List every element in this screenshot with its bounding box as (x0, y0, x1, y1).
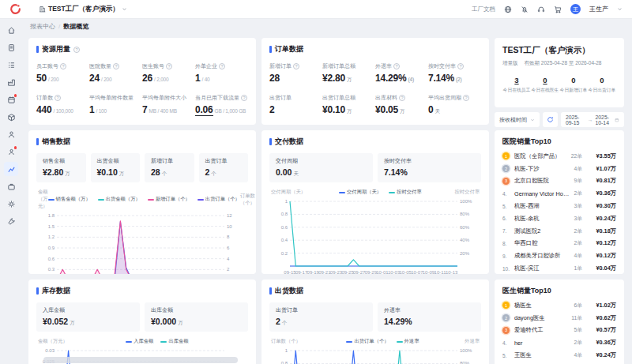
info-icon[interactable]: ? (166, 63, 172, 69)
horizontal-scrollbar[interactable] (43, 357, 238, 363)
svg-text:1: 1 (285, 199, 288, 204)
delivery-trend-chart[interactable]: 0.20.40.60.8120%40%60%80%100%09-1509-170… (269, 197, 481, 274)
legend-item[interactable]: 销售金额（万） (48, 196, 91, 203)
rank-medal-icon: 2 (502, 165, 510, 172)
support-headset-icon[interactable] (537, 6, 545, 13)
sidebar-item-business[interactable] (4, 179, 18, 193)
svg-text:40%: 40% (460, 238, 470, 242)
info-icon[interactable]: ? (60, 63, 66, 69)
svg-text:80%: 80% (460, 361, 470, 364)
list-item[interactable]: 4.Germany Victor Hospital2单¥0.36万 (502, 187, 616, 200)
info-icon[interactable]: ? (241, 95, 247, 101)
info-icon[interactable]: ? (293, 63, 299, 69)
shipment-trend-chart[interactable]: 0.20.40.60.8120%40%60%80%100%09-1509-170… (269, 347, 481, 364)
statbox-ontime-rate: 按时交付率7.14% (378, 153, 481, 182)
info-icon[interactable]: ? (55, 95, 61, 101)
chart-legend: 交付周期（天）按时交付率 (306, 189, 454, 196)
svg-text:10-07: 10-07 (411, 270, 423, 274)
list-item[interactable]: 8.华西口腔2单¥0.12万 (502, 238, 616, 250)
plan-badge: 增量版 (502, 60, 518, 67)
download-usage-link[interactable]: 0.06 (195, 104, 213, 116)
card-resource-usage: 资源用量? 员工账号?50/ 200 医院数量?24/ 200 医生账号?26/… (28, 38, 256, 125)
sidebar-item-contacts[interactable] (4, 144, 18, 159)
stat-online-employees[interactable]: 3今日在线员工 (502, 76, 531, 94)
time-type-select[interactable]: 按收模时间 (495, 112, 540, 127)
info-icon[interactable]: ? (463, 95, 469, 101)
legend-item[interactable]: 新增订单（个） (148, 196, 190, 203)
notifications-muted-icon[interactable] (521, 6, 529, 13)
legend-item[interactable]: 按时交付率 (389, 189, 421, 196)
legend-item[interactable]: 外退率 (397, 338, 419, 345)
svg-text:8: 8 (227, 235, 230, 239)
list-item[interactable]: 5.王医生4单¥0.24万 (502, 349, 616, 362)
svg-text:09-29: 09-29 (365, 270, 378, 274)
list-item[interactable]: 2杭医-下沙4单¥1.07万 (502, 163, 616, 175)
list-item[interactable]: 2dayong医生11单¥0.62万 (502, 312, 616, 325)
svg-text:09-15: 09-15 (284, 270, 296, 274)
sidebar-item-orders[interactable] (4, 40, 18, 54)
workspace-switcher[interactable]: TEST工厂（客户演示） (39, 5, 127, 14)
list-item[interactable]: 4.her2单¥0.36万 (502, 336, 616, 349)
svg-text:09-21: 09-21 (318, 270, 331, 274)
factory-docs-link[interactable]: 工厂文档 (472, 6, 495, 13)
svg-text:0.4: 0.4 (281, 238, 288, 242)
list-item[interactable]: 9.成都美牙口腔诊所4单¥0.12万 (502, 250, 616, 262)
list-item[interactable]: 5.杭医-西湖3单¥0.30万 (502, 200, 616, 212)
legend-item[interactable]: 出货订单（个） (198, 196, 240, 203)
list-item[interactable]: 3北京口腔医院9单¥0.81万 (502, 175, 616, 188)
wrench-icon (7, 217, 16, 226)
sidebar-item-inventory[interactable] (4, 110, 18, 124)
date-range-picker[interactable]: 2025-09-15→2025-10-14 (561, 112, 624, 127)
legend-item[interactable]: 交付周期（天） (339, 189, 382, 196)
user-avatar[interactable]: 王 (570, 4, 581, 14)
rank-medal-icon: 3 (502, 178, 510, 185)
refresh-button[interactable] (543, 112, 558, 127)
cart-icon[interactable] (554, 6, 562, 13)
legend-item[interactable]: 出货订单（个） (346, 338, 389, 345)
factory-icon (7, 78, 16, 87)
info-icon[interactable]: ? (219, 63, 225, 69)
svg-text:0.9: 0.9 (48, 246, 55, 250)
sidebar-item-schedule[interactable] (4, 92, 18, 107)
legend-item[interactable]: 入库金额 (126, 338, 153, 345)
list-item[interactable]: 3爱迪特代工5单¥0.57万 (502, 325, 616, 337)
metric-hospital-count: 医院数量?24/ 200 (89, 62, 142, 84)
stat-online-doctors[interactable]: 0今日在线医生 (531, 76, 559, 94)
metric-avg-attachment-size: 平均每单附件大小7MB / 400 MB (142, 94, 195, 115)
card-doctor-top10: 医生销量Top10 1杨医生6单¥1.02万2dayong医生11单¥0.62万… (495, 280, 624, 364)
statbox-delivery-cycle: 交付周期0.00天 (269, 153, 373, 182)
info-icon[interactable]: ? (393, 63, 400, 69)
sidebar-item-tools[interactable] (4, 214, 18, 228)
sidebar-item-home[interactable] (4, 23, 18, 37)
svg-text:10-13: 10-13 (446, 270, 458, 274)
date-start: 2025-09-15 (566, 114, 585, 126)
metric-avg-ship-cycle: 平均出货周期?0天 (428, 94, 481, 115)
list-item[interactable]: 6.杭医-余杭3单¥0.24万 (502, 212, 616, 225)
list-item[interactable]: 1医院（全部产品）22单¥3.55万 (502, 150, 616, 163)
sidebar-item-reports[interactable] (4, 162, 18, 176)
metric-monthly-download: 当月已用下载流量?0.06GB / 1,000 GB (195, 94, 248, 115)
info-icon[interactable]: ? (399, 95, 405, 101)
legend-item[interactable]: 出货金额（万） (98, 196, 141, 203)
list-item[interactable]: 10.杭医-滨江1单¥0.04万 (502, 262, 616, 274)
svg-text:0.8: 0.8 (281, 212, 288, 216)
user-menu-chevron-icon[interactable] (617, 6, 623, 12)
sidebar-item-tasks[interactable] (4, 58, 18, 72)
sales-trend-chart[interactable]: 0.30.60.91.21.51.82468101209-1509-1709-1… (36, 212, 248, 274)
sidebar-item-settings[interactable] (4, 197, 18, 211)
chart-legend: 入库金额出库金额 (68, 338, 246, 345)
info-icon[interactable]: ? (113, 63, 119, 69)
svg-text:09-27: 09-27 (353, 270, 366, 274)
card-title: 库存数据 (36, 286, 248, 296)
list-item[interactable]: 7.测试医院22单¥0.18万 (502, 225, 616, 238)
legend-item[interactable]: 出库金额 (160, 338, 188, 345)
sidebar-item-production[interactable] (4, 75, 18, 89)
info-icon[interactable]: ? (73, 47, 80, 53)
card-title: 出货数据 (269, 286, 481, 296)
info-icon[interactable]: ? (457, 63, 464, 69)
language-globe-icon[interactable] (504, 6, 512, 13)
breadcrumb-parent[interactable]: 报表中心 (30, 22, 55, 31)
sidebar-item-customers[interactable] (4, 127, 18, 141)
list-item[interactable]: 1杨医生6单¥1.02万 (502, 299, 616, 312)
page-title: 数据概览 (63, 22, 88, 31)
